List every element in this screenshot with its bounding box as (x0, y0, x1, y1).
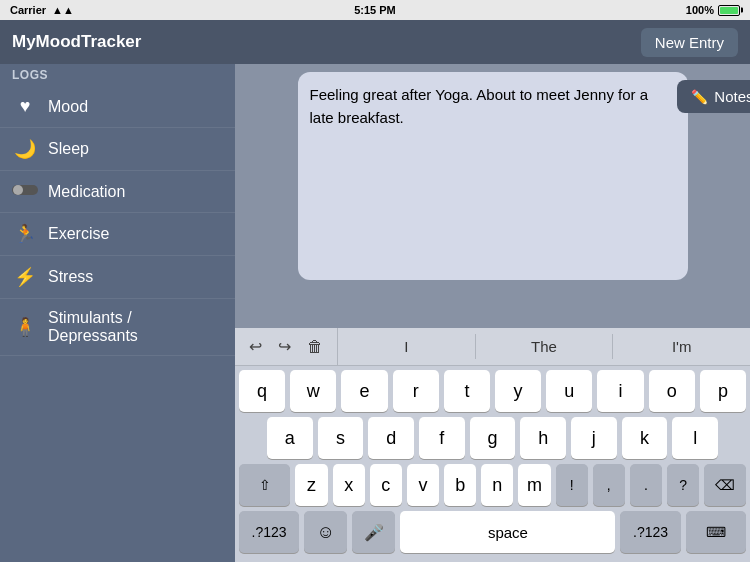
pencil-icon: ✏️ (691, 89, 708, 105)
key-x[interactable]: x (333, 464, 365, 506)
redo-button[interactable]: ↪ (274, 335, 295, 358)
sidebar-item-mood[interactable]: ♥ Mood (0, 86, 235, 128)
key-p[interactable]: p (700, 370, 746, 412)
key-row-3: ⇧ z x c v b n m ! , . ? ⌫ (239, 464, 746, 506)
sidebar-item-exercise[interactable]: 🏃 Exercise (0, 213, 235, 256)
status-left: Carrier ▲▲ (10, 4, 74, 16)
key-f[interactable]: f (419, 417, 465, 459)
svg-point-1 (13, 185, 23, 195)
battery-percent: 100% (686, 4, 714, 16)
suggestions: I The I'm (338, 334, 750, 359)
key-j[interactable]: j (571, 417, 617, 459)
content-area: Feeling great after Yoga. About to meet … (235, 64, 750, 562)
suggestion-item-1[interactable]: I (338, 334, 476, 359)
key-w[interactable]: w (290, 370, 336, 412)
sidebar-item-mood-label: Mood (48, 98, 88, 116)
mood-icon: ♥ (12, 96, 38, 117)
wifi-icon: ▲▲ (52, 4, 74, 16)
key-r[interactable]: r (393, 370, 439, 412)
mic-button[interactable]: 🎤 (352, 511, 395, 553)
medication-icon (12, 181, 38, 202)
sidebar-item-stress-label: Stress (48, 268, 93, 286)
trash-button[interactable]: 🗑 (303, 336, 327, 358)
key-row-4: .?123 ☺ 🎤 space .?123 ⌨ (239, 511, 746, 553)
status-bar: Carrier ▲▲ 5:15 PM 100% (0, 0, 750, 20)
undo-redo-bar: ↩ ↪ 🗑 (235, 328, 338, 365)
key-period[interactable]: . (630, 464, 662, 506)
suggestion-item-3[interactable]: I'm (613, 334, 750, 359)
sidebar-item-stress[interactable]: ⚡ Stress (0, 256, 235, 299)
delete-button[interactable]: ⌫ (704, 464, 746, 506)
undo-button[interactable]: ↩ (245, 335, 266, 358)
sidebar-section-header: Logs (0, 64, 235, 86)
key-m[interactable]: m (518, 464, 550, 506)
sidebar-item-sleep-label: Sleep (48, 140, 89, 158)
sidebar-item-stimulants-label: Stimulants / Depressants (48, 309, 223, 345)
key-k[interactable]: k (622, 417, 668, 459)
battery-icon (718, 5, 740, 16)
key-row-2: a s d f g h j k l (239, 417, 746, 459)
keyboard: q w e r t y u i o p a s d f g (235, 366, 750, 562)
shift-button[interactable]: ⇧ (239, 464, 290, 506)
key-y[interactable]: y (495, 370, 541, 412)
key-comma[interactable]: , (593, 464, 625, 506)
sidebar-item-sleep[interactable]: 🌙 Sleep (0, 128, 235, 171)
key-e[interactable]: e (341, 370, 387, 412)
status-right: 100% (686, 4, 740, 16)
sidebar-item-medication-label: Medication (48, 183, 125, 201)
notes-button[interactable]: ✏️ Notes (677, 80, 750, 113)
key-exclamation[interactable]: ! (556, 464, 588, 506)
key-h[interactable]: h (520, 417, 566, 459)
main-layout: Logs ♥ Mood 🌙 Sleep Medication 🏃 Exercis… (0, 64, 750, 562)
numbers-button-right[interactable]: .?123 (620, 511, 680, 553)
emoji-button[interactable]: ☺ (304, 511, 347, 553)
key-n[interactable]: n (481, 464, 513, 506)
carrier-label: Carrier (10, 4, 46, 16)
key-z[interactable]: z (295, 464, 327, 506)
notes-card: Feeling great after Yoga. About to meet … (298, 72, 688, 280)
key-question[interactable]: ? (667, 464, 699, 506)
stress-icon: ⚡ (12, 266, 38, 288)
sidebar-item-exercise-label: Exercise (48, 225, 109, 243)
notes-textarea[interactable]: Feeling great after Yoga. About to meet … (310, 84, 676, 264)
status-time: 5:15 PM (354, 4, 396, 16)
key-d[interactable]: d (368, 417, 414, 459)
sidebar: Logs ♥ Mood 🌙 Sleep Medication 🏃 Exercis… (0, 64, 235, 562)
key-q[interactable]: q (239, 370, 285, 412)
stimulants-icon: 🧍 (12, 316, 38, 338)
key-c[interactable]: c (370, 464, 402, 506)
new-entry-button[interactable]: New Entry (641, 28, 738, 57)
notes-button-label: Notes (714, 88, 750, 105)
numbers-button[interactable]: .?123 (239, 511, 299, 553)
space-button[interactable]: space (400, 511, 615, 553)
keyboard-area: ↩ ↪ 🗑 I The I'm q w e r t (235, 328, 750, 562)
top-bar: MyMoodTracker New Entry (0, 20, 750, 64)
key-b[interactable]: b (444, 464, 476, 506)
key-i[interactable]: i (597, 370, 643, 412)
autocomplete-bar: ↩ ↪ 🗑 I The I'm (235, 328, 750, 366)
key-a[interactable]: a (267, 417, 313, 459)
key-t[interactable]: t (444, 370, 490, 412)
sidebar-item-medication[interactable]: Medication (0, 171, 235, 213)
sleep-icon: 🌙 (12, 138, 38, 160)
key-g[interactable]: g (470, 417, 516, 459)
key-s[interactable]: s (318, 417, 364, 459)
app-title: MyMoodTracker (12, 32, 141, 52)
key-row-1: q w e r t y u i o p (239, 370, 746, 412)
key-u[interactable]: u (546, 370, 592, 412)
key-o[interactable]: o (649, 370, 695, 412)
sidebar-item-stimulants[interactable]: 🧍 Stimulants / Depressants (0, 299, 235, 356)
exercise-icon: 🏃 (12, 223, 38, 245)
suggestion-item-2[interactable]: The (476, 334, 614, 359)
keyboard-button[interactable]: ⌨ (686, 511, 746, 553)
key-l[interactable]: l (672, 417, 718, 459)
key-v[interactable]: v (407, 464, 439, 506)
